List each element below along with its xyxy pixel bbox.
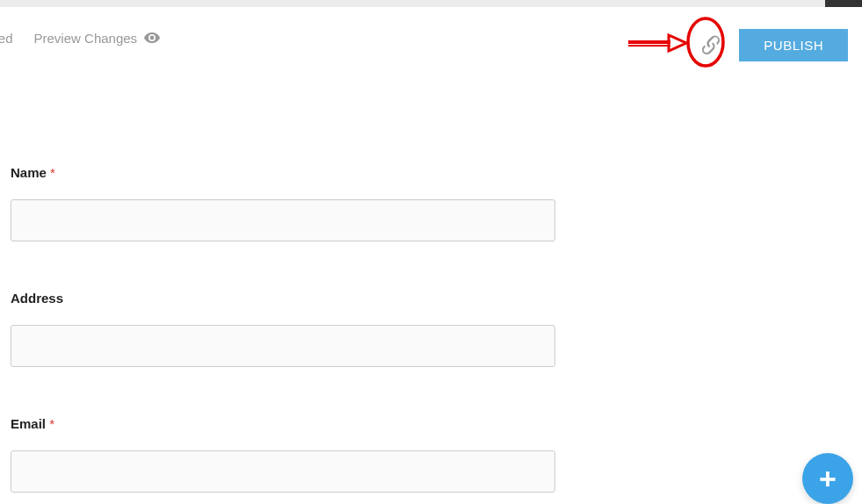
- link-button[interactable]: [699, 33, 723, 58]
- email-label: Email *: [11, 416, 558, 431]
- plus-icon: +: [819, 464, 837, 493]
- preview-changes-button[interactable]: Preview Changes: [34, 31, 161, 46]
- name-label-text: Name: [11, 165, 47, 180]
- required-asterisk: *: [49, 416, 54, 431]
- address-label: Address: [11, 291, 558, 306]
- eye-icon: [144, 32, 160, 43]
- editor-toolbar: nced Preview Changes PUBLISH: [0, 7, 862, 60]
- form-field-name: Name *: [11, 165, 558, 241]
- tab-advanced-partial[interactable]: nced: [0, 31, 13, 46]
- add-fab-button[interactable]: +: [802, 453, 853, 504]
- name-input[interactable]: [11, 199, 555, 241]
- form-field-address: Address: [11, 291, 558, 367]
- toolbar-left-group: nced Preview Changes: [0, 31, 160, 46]
- form-preview: Name * Address Email *: [0, 60, 558, 493]
- name-label: Name *: [11, 165, 558, 180]
- window-top-strip: [0, 0, 862, 7]
- address-label-text: Address: [11, 291, 63, 306]
- email-input[interactable]: [11, 450, 555, 493]
- preview-changes-label: Preview Changes: [34, 31, 138, 46]
- dark-tab-indicator: [825, 0, 862, 7]
- form-field-email: Email *: [11, 416, 558, 493]
- email-label-text: Email: [11, 416, 46, 431]
- required-asterisk: *: [50, 165, 55, 180]
- publish-button[interactable]: PUBLISH: [739, 29, 848, 61]
- address-input[interactable]: [11, 325, 555, 367]
- link-icon: [699, 34, 722, 57]
- toolbar-right-group: PUBLISH: [699, 29, 848, 61]
